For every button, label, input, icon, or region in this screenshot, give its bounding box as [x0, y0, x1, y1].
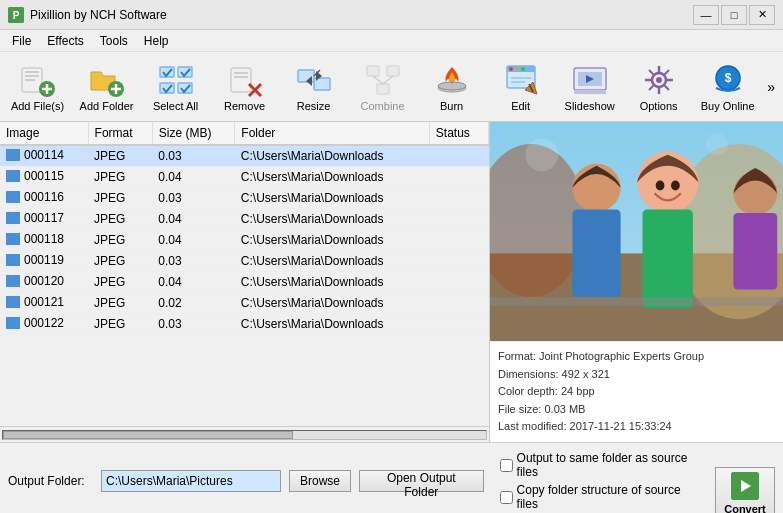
cell-status: [429, 293, 488, 314]
toolbar-overflow-button[interactable]: »: [763, 75, 779, 99]
svg-rect-18: [234, 76, 248, 78]
svg-rect-63: [572, 210, 620, 298]
titlebar-left: P Pixillion by NCH Software: [8, 7, 167, 23]
svg-point-72: [706, 133, 728, 155]
open-output-button[interactable]: Open Output Folder: [359, 470, 484, 492]
copy-structure-checkbox[interactable]: [500, 491, 513, 504]
file-table: Image Format Size (MB) Folder Status 000…: [0, 122, 489, 335]
svg-line-55: [649, 85, 654, 90]
svg-rect-26: [367, 66, 379, 76]
file-icon: [6, 212, 20, 224]
hscroll-thumb[interactable]: [3, 431, 293, 439]
cell-image: 000114: [0, 145, 88, 167]
menu-tools[interactable]: Tools: [92, 32, 136, 50]
select-all-button[interactable]: Select All: [142, 56, 209, 118]
table-row[interactable]: 000116 JPEG 0.03 C:\Users\Maria\Download…: [0, 188, 489, 209]
cell-image: 000117: [0, 209, 88, 230]
table-row[interactable]: 000121 JPEG 0.02 C:\Users\Maria\Download…: [0, 293, 489, 314]
menubar: File Effects Tools Help: [0, 30, 783, 52]
output-folder-input[interactable]: [101, 470, 281, 492]
select-all-label: Select All: [153, 100, 198, 112]
burn-icon: [434, 62, 470, 98]
col-folder[interactable]: Folder: [235, 122, 430, 145]
resize-icon: [296, 62, 332, 98]
horizontal-scrollbar[interactable]: [0, 426, 489, 442]
preview-color-depth: Color depth: 24 bpp: [498, 383, 775, 401]
options-button[interactable]: Options: [625, 56, 692, 118]
svg-rect-27: [387, 66, 399, 76]
table-row[interactable]: 000118 JPEG 0.04 C:\Users\Maria\Download…: [0, 230, 489, 251]
add-folder-button[interactable]: Add Folder: [73, 56, 140, 118]
table-row[interactable]: 000114 JPEG 0.03 C:\Users\Maria\Download…: [0, 145, 489, 167]
svg-rect-5: [25, 79, 35, 81]
hscroll-track[interactable]: [2, 430, 487, 440]
cell-folder: C:\Users\Maria\Downloads: [235, 293, 430, 314]
svg-point-36: [515, 67, 519, 71]
remove-button[interactable]: Remove: [211, 56, 278, 118]
cell-status: [429, 251, 488, 272]
combine-button[interactable]: Combine: [349, 56, 416, 118]
menu-effects[interactable]: Effects: [39, 32, 91, 50]
cell-format: JPEG: [88, 272, 152, 293]
slideshow-label: Slideshow: [565, 100, 615, 112]
file-icon: [6, 317, 20, 329]
same-folder-checkbox-label[interactable]: Output to same folder as source files: [500, 451, 705, 479]
close-button[interactable]: ✕: [749, 5, 775, 25]
cell-status: [429, 272, 488, 293]
table-row[interactable]: 000119 JPEG 0.03 C:\Users\Maria\Download…: [0, 251, 489, 272]
add-files-label: Add File(s): [11, 100, 64, 112]
col-format[interactable]: Format: [88, 122, 152, 145]
svg-line-52: [649, 70, 654, 75]
cell-image: 000118: [0, 230, 88, 251]
slideshow-button[interactable]: Slideshow: [556, 56, 623, 118]
col-status[interactable]: Status: [429, 122, 488, 145]
col-size[interactable]: Size (MB): [152, 122, 235, 145]
svg-rect-70: [490, 297, 783, 306]
cell-format: JPEG: [88, 188, 152, 209]
titlebar: P Pixillion by NCH Software — □ ✕: [0, 0, 783, 30]
cell-folder: C:\Users\Maria\Downloads: [235, 251, 430, 272]
copy-structure-checkbox-label[interactable]: Copy folder structure of source files: [500, 483, 705, 511]
convert-button[interactable]: Convert: [715, 467, 775, 513]
browse-button[interactable]: Browse: [289, 470, 351, 492]
menu-file[interactable]: File: [4, 32, 39, 50]
preview-image-svg: [490, 122, 783, 341]
add-files-button[interactable]: Add File(s): [4, 56, 71, 118]
table-row[interactable]: 000117 JPEG 0.04 C:\Users\Maria\Download…: [0, 209, 489, 230]
burn-button[interactable]: Burn: [418, 56, 485, 118]
combine-icon: [365, 62, 401, 98]
cell-folder: C:\Users\Maria\Downloads: [235, 272, 430, 293]
options-label: Options: [640, 100, 678, 112]
titlebar-controls: — □ ✕: [693, 5, 775, 25]
table-row[interactable]: 000115 JPEG 0.04 C:\Users\Maria\Download…: [0, 167, 489, 188]
cell-image: 000122: [0, 314, 88, 335]
svg-line-53: [664, 85, 669, 90]
cell-size: 0.04: [152, 230, 235, 251]
edit-button[interactable]: Edit: [487, 56, 554, 118]
remove-label: Remove: [224, 100, 265, 112]
col-image[interactable]: Image: [0, 122, 88, 145]
buy-online-button[interactable]: $ Buy Online: [694, 56, 761, 118]
file-icon: [6, 191, 20, 203]
minimize-button[interactable]: —: [693, 5, 719, 25]
same-folder-checkbox[interactable]: [500, 459, 513, 472]
file-list-scroll[interactable]: Image Format Size (MB) Folder Status 000…: [0, 122, 489, 426]
select-all-icon: [158, 62, 194, 98]
convert-label: Convert: [724, 503, 766, 514]
resize-button[interactable]: Resize: [280, 56, 347, 118]
table-row[interactable]: 000122 JPEG 0.03 C:\Users\Maria\Download…: [0, 314, 489, 335]
svg-text:P: P: [13, 10, 20, 21]
cell-image: 000121: [0, 293, 88, 314]
menu-help[interactable]: Help: [136, 32, 177, 50]
maximize-button[interactable]: □: [721, 5, 747, 25]
cell-status: [429, 209, 488, 230]
table-row[interactable]: 000120 JPEG 0.04 C:\Users\Maria\Download…: [0, 272, 489, 293]
cell-folder: C:\Users\Maria\Downloads: [235, 167, 430, 188]
options-icon: [641, 62, 677, 98]
svg-rect-17: [234, 72, 248, 74]
preview-image: [490, 122, 783, 341]
checkbox-group: Output to same folder as source files Co…: [500, 451, 705, 511]
cell-size: 0.04: [152, 209, 235, 230]
cell-format: JPEG: [88, 209, 152, 230]
svg-rect-28: [377, 84, 389, 94]
